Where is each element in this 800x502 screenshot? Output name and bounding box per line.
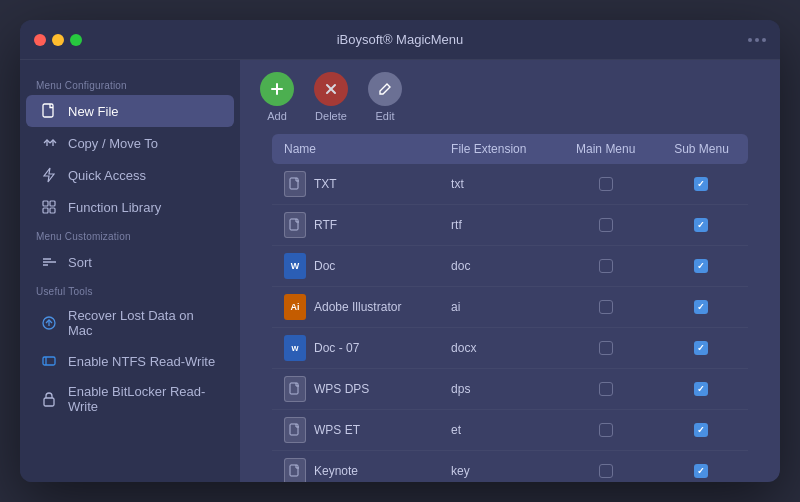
cell-ext: docx <box>439 328 556 369</box>
maximize-button[interactable] <box>70 34 82 46</box>
cell-main[interactable] <box>556 287 655 328</box>
table-wrapper: Name File Extension Main Menu Sub Menu <box>240 134 780 482</box>
sidebar-item-label: Sort <box>68 255 92 270</box>
cell-main[interactable] <box>556 410 655 451</box>
sidebar-item-bitlocker[interactable]: Enable BitLocker Read-Write <box>26 377 234 421</box>
cell-ext: dps <box>439 369 556 410</box>
section-label-useful-tools: Useful Tools <box>20 278 240 301</box>
table-row[interactable]: TXT txt <box>272 164 748 205</box>
cell-main[interactable] <box>556 451 655 483</box>
bitlocker-icon <box>40 390 58 408</box>
sidebar-item-label: New File <box>68 104 119 119</box>
cell-sub[interactable] <box>655 451 748 483</box>
dot1 <box>748 38 752 42</box>
sort-icon <box>40 253 58 271</box>
sidebar-item-sort[interactable]: Sort <box>26 246 234 278</box>
table-row[interactable]: WPS DPS dps <box>272 369 748 410</box>
cell-main[interactable] <box>556 164 655 205</box>
cell-main[interactable] <box>556 205 655 246</box>
cell-sub[interactable] <box>655 246 748 287</box>
svg-rect-6 <box>43 208 48 213</box>
cell-name: RTF <box>272 205 439 246</box>
sidebar-item-label: Copy / Move To <box>68 136 158 151</box>
content-area: Menu Configuration New File <box>20 60 780 482</box>
cell-name: w Doc - 07 <box>272 328 439 369</box>
sidebar-item-label: Enable NTFS Read-Write <box>68 354 215 369</box>
file-icon <box>40 102 58 120</box>
edit-button[interactable]: Edit <box>368 72 402 122</box>
cell-sub[interactable] <box>655 328 748 369</box>
section-label-menu-config: Menu Configuration <box>20 72 240 95</box>
cell-sub[interactable] <box>655 287 748 328</box>
titlebar: iBoysoft® MagicMenu <box>20 20 780 60</box>
col-name: Name <box>272 134 439 164</box>
recover-icon <box>40 314 58 332</box>
svg-rect-23 <box>290 424 298 435</box>
copy-icon <box>40 134 58 152</box>
sidebar-item-label: Recover Lost Data on Mac <box>68 308 220 338</box>
sidebar-item-new-file[interactable]: New File <box>26 95 234 127</box>
lightning-icon <box>40 166 58 184</box>
section-label-menu-custom: Menu Customization <box>20 223 240 246</box>
cell-main[interactable] <box>556 369 655 410</box>
edit-label: Edit <box>376 110 395 122</box>
cell-ext: key <box>439 451 556 483</box>
dot3 <box>762 38 766 42</box>
table-row[interactable]: W Doc doc <box>272 246 748 287</box>
sidebar-item-ntfs[interactable]: Enable NTFS Read-Write <box>26 345 234 377</box>
table-container[interactable]: Name File Extension Main Menu Sub Menu <box>256 134 764 482</box>
file-table: Name File Extension Main Menu Sub Menu <box>272 134 748 482</box>
add-button[interactable]: Add <box>260 72 294 122</box>
cell-main[interactable] <box>556 328 655 369</box>
cell-name: WPS DPS <box>272 369 439 410</box>
cell-name: TXT <box>272 164 439 205</box>
cell-ext: ai <box>439 287 556 328</box>
sidebar-item-label: Quick Access <box>68 168 146 183</box>
sidebar-item-label: Enable BitLocker Read-Write <box>68 384 220 414</box>
svg-marker-3 <box>44 168 54 182</box>
svg-rect-15 <box>44 398 54 406</box>
delete-button[interactable]: Delete <box>314 72 348 122</box>
svg-rect-0 <box>43 104 53 117</box>
app-window: iBoysoft® MagicMenu Menu Configuration N… <box>20 20 780 482</box>
cell-ext: doc <box>439 246 556 287</box>
cell-sub[interactable] <box>655 369 748 410</box>
add-icon-circle <box>260 72 294 106</box>
table-row[interactable]: w Doc - 07 docx <box>272 328 748 369</box>
svg-rect-21 <box>290 219 298 230</box>
sidebar: Menu Configuration New File <box>20 60 240 482</box>
table-row[interactable]: WPS ET et <box>272 410 748 451</box>
app-title: iBoysoft® MagicMenu <box>337 32 464 47</box>
table-row[interactable]: Keynote key <box>272 451 748 483</box>
table-row[interactable]: Ai Adobe Illustrator ai <box>272 287 748 328</box>
cell-name: Ai Adobe Illustrator <box>272 287 439 328</box>
dot2 <box>755 38 759 42</box>
minimize-button[interactable] <box>52 34 64 46</box>
sidebar-item-copy-move[interactable]: Copy / Move To <box>26 127 234 159</box>
cell-ext: rtf <box>439 205 556 246</box>
table-row[interactable]: RTF rtf <box>272 205 748 246</box>
col-ext: File Extension <box>439 134 556 164</box>
sidebar-item-quick-access[interactable]: Quick Access <box>26 159 234 191</box>
add-label: Add <box>267 110 287 122</box>
sidebar-item-label: Function Library <box>68 200 161 215</box>
toolbar: Add Delete <box>240 60 780 134</box>
more-options[interactable] <box>748 38 766 42</box>
cell-ext: txt <box>439 164 556 205</box>
svg-rect-4 <box>43 201 48 206</box>
col-main: Main Menu <box>556 134 655 164</box>
sidebar-item-recover-data[interactable]: Recover Lost Data on Mac <box>26 301 234 345</box>
cell-sub[interactable] <box>655 410 748 451</box>
delete-label: Delete <box>315 110 347 122</box>
close-button[interactable] <box>34 34 46 46</box>
grid-icon <box>40 198 58 216</box>
cell-name: W Doc <box>272 246 439 287</box>
table-header-row: Name File Extension Main Menu Sub Menu <box>272 134 748 164</box>
cell-sub[interactable] <box>655 164 748 205</box>
sidebar-item-function-library[interactable]: Function Library <box>26 191 234 223</box>
col-sub: Sub Menu <box>655 134 748 164</box>
main-panel: Add Delete <box>240 60 780 482</box>
delete-icon-circle <box>314 72 348 106</box>
cell-sub[interactable] <box>655 205 748 246</box>
cell-main[interactable] <box>556 246 655 287</box>
